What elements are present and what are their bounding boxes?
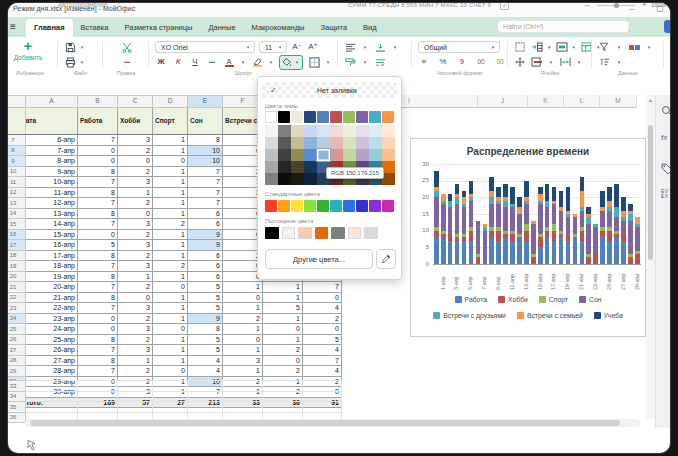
cell[interactable]: 2 xyxy=(118,145,153,156)
empty-cell[interactable] xyxy=(188,402,223,413)
cell[interactable]: 2 xyxy=(118,166,153,177)
cell[interactable]: 5 xyxy=(263,303,303,314)
italic-button[interactable]: К xyxy=(172,56,184,68)
row-header-35[interactable]: 35 xyxy=(8,402,26,413)
borders-dropdown[interactable]: ▾ xyxy=(325,59,331,65)
cell[interactable]: 4 xyxy=(188,366,223,377)
cell[interactable]: 5 xyxy=(303,334,342,345)
cell[interactable]: 1 xyxy=(223,303,263,314)
shade-swatch[interactable] xyxy=(304,173,317,185)
cell[interactable]: 3 xyxy=(118,324,153,335)
cell[interactable]: 2 xyxy=(263,366,303,377)
shade-swatch[interactable] xyxy=(265,125,278,137)
cell[interactable]: 7 xyxy=(188,166,223,177)
row-header-28[interactable]: 28 xyxy=(8,355,26,366)
highlight-color-button[interactable] xyxy=(251,56,263,68)
cell[interactable]: 1 xyxy=(223,345,263,356)
cell[interactable]: 6 xyxy=(188,271,223,282)
autofit-dropdown[interactable]: ▾ xyxy=(576,59,582,65)
ribbon-tab-Разметка страницы[interactable]: Разметка страницы xyxy=(116,19,200,37)
fill-color-button[interactable]: ▾ xyxy=(279,55,303,70)
cell[interactable]: 1 xyxy=(118,187,153,198)
vertical-align-dropdown[interactable]: ▾ xyxy=(392,44,398,50)
row-header-15[interactable]: 15 xyxy=(8,219,26,230)
empty-cell[interactable] xyxy=(223,391,263,402)
empty-cell[interactable] xyxy=(303,381,342,392)
date-cell[interactable]: 25-апр xyxy=(26,334,78,345)
standard-color-swatch[interactable] xyxy=(317,200,329,212)
cell[interactable]: 0 xyxy=(118,292,153,303)
date-cell[interactable]: 27-апр xyxy=(26,355,78,366)
cell[interactable]: 1 xyxy=(153,145,188,156)
print-button[interactable] xyxy=(64,56,76,68)
column-header-D[interactable]: D xyxy=(153,96,188,108)
row-header-10[interactable]: 10 xyxy=(8,166,26,177)
cell[interactable]: 0 xyxy=(303,292,342,303)
standard-color-swatch[interactable] xyxy=(343,200,355,212)
font-family-select[interactable]: XO Oriel▾ xyxy=(155,41,255,53)
shade-swatch[interactable] xyxy=(304,149,317,161)
ribbon-tab-Вставка[interactable]: Вставка xyxy=(73,19,117,37)
zoom-slider-knob[interactable] xyxy=(614,3,619,8)
date-cell[interactable]: 12-апр xyxy=(26,198,78,209)
theme-color-swatch[interactable] xyxy=(382,111,394,123)
cell[interactable]: 2 xyxy=(118,250,153,261)
cell[interactable]: 3 xyxy=(118,135,153,146)
other-colors-button[interactable]: Другие цвета... xyxy=(265,249,373,269)
highlight-color-dropdown[interactable]: ▾ xyxy=(268,59,274,65)
decrease-font-button[interactable]: А⁻ xyxy=(291,41,303,53)
cell[interactable]: 2 xyxy=(153,261,188,272)
zoom-out-button[interactable]: – xyxy=(585,3,589,9)
cell[interactable]: 7 xyxy=(78,345,118,356)
profile-button[interactable] xyxy=(664,20,670,33)
format-painter-button[interactable] xyxy=(344,56,356,68)
cell[interactable]: 6 xyxy=(188,219,223,230)
spellcheck-icon[interactable]: ЕѴЕХ xyxy=(661,189,670,202)
theme-color-swatch[interactable] xyxy=(304,111,316,123)
cell[interactable]: 1 xyxy=(153,198,188,209)
empty-cell[interactable] xyxy=(263,391,303,402)
cell[interactable]: 7 xyxy=(78,219,118,230)
empty-cell[interactable] xyxy=(118,402,153,413)
cell[interactable]: 0 xyxy=(78,156,118,167)
empty-cell[interactable] xyxy=(26,402,78,413)
bold-button[interactable]: Ж xyxy=(155,56,167,68)
empty-cell[interactable] xyxy=(26,381,78,392)
delete-cells-dropdown[interactable]: ▾ xyxy=(548,59,554,65)
cell[interactable]: 1 xyxy=(153,187,188,198)
ribbon-tab-Вид[interactable]: Вид xyxy=(355,19,385,37)
empty-cell[interactable] xyxy=(26,391,78,402)
save-button[interactable] xyxy=(64,41,76,53)
empty-cell[interactable] xyxy=(78,402,118,413)
grid-corner[interactable] xyxy=(8,96,26,108)
shade-swatch[interactable] xyxy=(278,137,291,149)
cell[interactable]: 7 xyxy=(78,135,118,146)
cell[interactable]: 0 xyxy=(263,324,303,335)
column-header-M[interactable]: M xyxy=(600,95,637,108)
header-cell[interactable]: Работа xyxy=(78,108,118,135)
conditional-format-button[interactable] xyxy=(628,41,640,53)
date-cell[interactable]: 18-апр xyxy=(26,261,78,272)
cell[interactable]: 0 xyxy=(223,334,263,345)
cell[interactable]: 2 xyxy=(303,313,342,324)
shade-swatch[interactable] xyxy=(382,125,395,137)
cell[interactable]: 1 xyxy=(153,166,188,177)
recent-color-swatch[interactable] xyxy=(265,227,279,239)
date-cell[interactable]: 10-апр xyxy=(26,177,78,188)
cell[interactable]: 2 xyxy=(118,334,153,345)
theme-color-swatch[interactable] xyxy=(343,111,355,123)
more-format-button[interactable]: ••• xyxy=(206,56,218,68)
autofit-button[interactable] xyxy=(559,56,571,68)
row-header-34[interactable]: 34 xyxy=(8,391,26,402)
font-color-button[interactable]: А xyxy=(223,56,235,68)
cell[interactable]: 8 xyxy=(78,166,118,177)
shade-swatch[interactable] xyxy=(278,161,291,173)
shade-swatch[interactable] xyxy=(291,161,304,173)
vertical-scrollbar-thumb[interactable] xyxy=(648,125,653,260)
shade-swatch[interactable] xyxy=(356,137,369,149)
date-cell[interactable]: 14-апр xyxy=(26,219,78,230)
shade-swatch[interactable] xyxy=(265,161,278,173)
cell[interactable]: 0 xyxy=(153,366,188,377)
tag-icon[interactable] xyxy=(661,161,670,174)
date-cell[interactable]: 6-апр xyxy=(26,135,78,146)
